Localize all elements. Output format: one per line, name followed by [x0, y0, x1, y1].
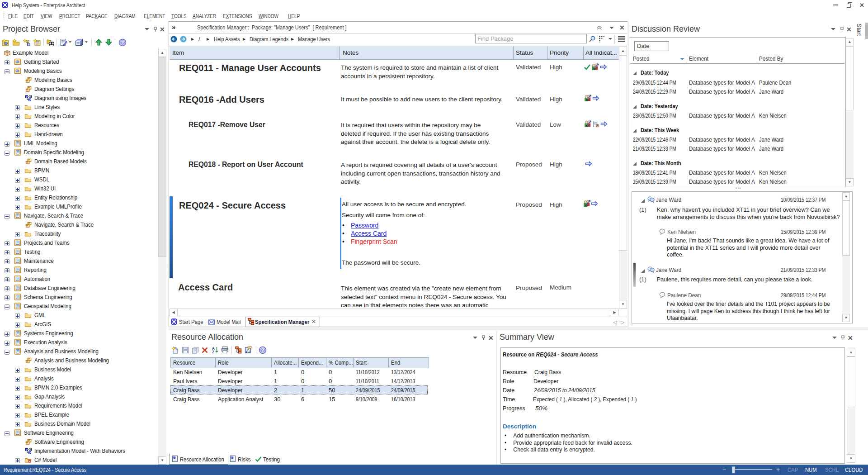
svg-text:?: ?: [261, 348, 264, 353]
svg-text:Z: Z: [212, 350, 214, 354]
svg-text:?: ?: [121, 40, 124, 45]
svg-text:P: P: [173, 456, 175, 459]
svg-text:P: P: [231, 456, 233, 459]
